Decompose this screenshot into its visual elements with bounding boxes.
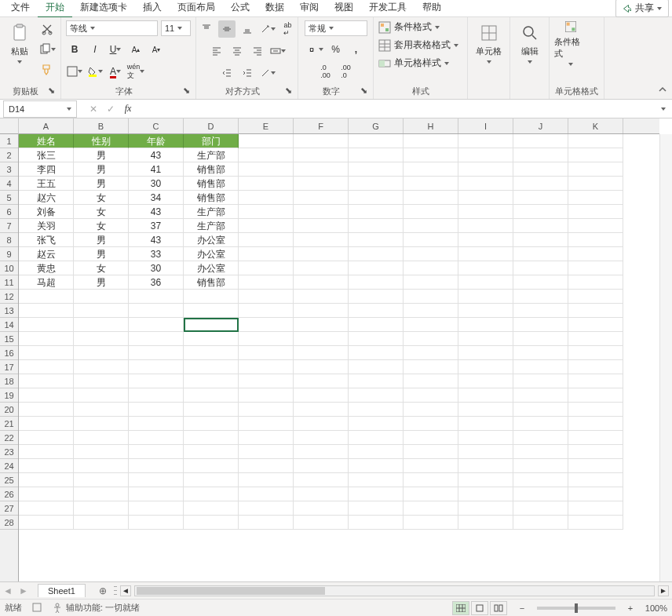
cell-B26[interactable] xyxy=(74,487,129,501)
cell-I7[interactable] xyxy=(458,219,513,233)
cell-B1[interactable]: 性别 xyxy=(74,134,129,148)
row-header-10[interactable]: 10 xyxy=(0,261,18,275)
cell-J20[interactable] xyxy=(513,403,568,417)
cell-K12[interactable] xyxy=(568,290,623,304)
cell-F10[interactable] xyxy=(294,261,349,275)
cell-J9[interactable] xyxy=(513,247,568,261)
cell-H28[interactable] xyxy=(404,516,458,530)
cell-E22[interactable] xyxy=(239,431,294,445)
align-right-button[interactable] xyxy=(249,42,266,60)
number-format-select[interactable]: 常规 xyxy=(305,20,367,36)
cell-C5[interactable]: 34 xyxy=(129,191,184,205)
italic-button[interactable]: I xyxy=(86,41,104,58)
cell-F2[interactable] xyxy=(294,148,349,162)
cell-D10[interactable]: 办公室 xyxy=(184,261,239,275)
cell-F7[interactable] xyxy=(294,219,349,233)
cell-F15[interactable] xyxy=(294,332,349,346)
cell-K11[interactable] xyxy=(568,275,623,290)
normal-view-button[interactable] xyxy=(452,601,469,615)
cell-G1[interactable] xyxy=(349,134,404,148)
cell-C7[interactable]: 37 xyxy=(129,219,184,233)
cell-C1[interactable]: 年龄 xyxy=(129,134,184,148)
expand-formula-bar-button[interactable] xyxy=(655,100,672,118)
sheet-nav-prev[interactable]: ◄ xyxy=(0,583,16,599)
cell-J15[interactable] xyxy=(513,332,568,346)
phonetic-button[interactable]: wén文 xyxy=(127,63,144,80)
cell-B11[interactable]: 男 xyxy=(74,275,129,290)
cell-E3[interactable] xyxy=(239,162,294,177)
cell-G25[interactable] xyxy=(349,473,404,487)
cell-J25[interactable] xyxy=(513,473,568,487)
cell-D5[interactable]: 销售部 xyxy=(184,191,239,205)
cell-J14[interactable] xyxy=(513,318,568,332)
cell-D21[interactable] xyxy=(184,417,239,431)
row-header-20[interactable]: 20 xyxy=(0,403,18,417)
cell-E12[interactable] xyxy=(239,290,294,304)
cell-B24[interactable] xyxy=(74,459,129,473)
zoom-out-button[interactable]: − xyxy=(517,603,528,614)
fill-color-button[interactable] xyxy=(86,63,104,80)
cell-I19[interactable] xyxy=(458,388,513,403)
cell-A21[interactable] xyxy=(19,417,74,431)
cell-E20[interactable] xyxy=(239,403,294,417)
cell-E10[interactable] xyxy=(239,261,294,275)
menu-tab-新建选项卡[interactable]: 新建选项卡 xyxy=(72,0,135,18)
cell-E2[interactable] xyxy=(239,148,294,162)
cell-F14[interactable] xyxy=(294,318,349,332)
row-header-15[interactable]: 15 xyxy=(0,332,18,346)
col-header-B[interactable]: B xyxy=(74,118,129,133)
cell-D7[interactable]: 生产部 xyxy=(184,219,239,233)
cell-E6[interactable] xyxy=(239,205,294,219)
cell-I21[interactable] xyxy=(458,417,513,431)
cell-D8[interactable]: 办公室 xyxy=(184,233,239,247)
cell-F5[interactable] xyxy=(294,191,349,205)
cell-B17[interactable] xyxy=(74,360,129,374)
cell-B15[interactable] xyxy=(74,332,129,346)
cell-K28[interactable] xyxy=(568,516,623,530)
cell-J5[interactable] xyxy=(513,191,568,205)
border-button[interactable] xyxy=(66,63,83,80)
cell-A14[interactable] xyxy=(19,318,74,332)
cell-B25[interactable] xyxy=(74,473,129,487)
cell-K10[interactable] xyxy=(568,261,623,275)
col-header-C[interactable]: C xyxy=(129,118,184,133)
cell-B16[interactable] xyxy=(74,346,129,360)
cell-K7[interactable] xyxy=(568,219,623,233)
cell-H27[interactable] xyxy=(404,501,458,516)
cell-H11[interactable] xyxy=(404,275,458,290)
cell-A4[interactable]: 王五 xyxy=(19,177,74,191)
cell-D18[interactable] xyxy=(184,374,239,388)
row-header-3[interactable]: 3 xyxy=(0,162,18,177)
cell-J4[interactable] xyxy=(513,177,568,191)
cell-B19[interactable] xyxy=(74,388,129,403)
menu-tab-文件[interactable]: 文件 xyxy=(3,0,38,18)
cell-K4[interactable] xyxy=(568,177,623,191)
cell-C22[interactable] xyxy=(129,431,184,445)
cell-G21[interactable] xyxy=(349,417,404,431)
cell-G6[interactable] xyxy=(349,205,404,219)
cell-E14[interactable] xyxy=(239,318,294,332)
cell-F13[interactable] xyxy=(294,304,349,318)
cell-G2[interactable] xyxy=(349,148,404,162)
cell-A13[interactable] xyxy=(19,304,74,318)
cell-I16[interactable] xyxy=(458,346,513,360)
cell-H22[interactable] xyxy=(404,431,458,445)
cond-format-big-button[interactable]: 条件格式 xyxy=(554,20,587,66)
cell-I8[interactable] xyxy=(458,233,513,247)
menu-tab-帮助[interactable]: 帮助 xyxy=(415,0,449,18)
cell-K6[interactable] xyxy=(568,205,623,219)
cell-F4[interactable] xyxy=(294,177,349,191)
cell-H2[interactable] xyxy=(404,148,458,162)
cell-B3[interactable]: 男 xyxy=(74,162,129,177)
cell-H15[interactable] xyxy=(404,332,458,346)
cell-I26[interactable] xyxy=(458,487,513,501)
row-header-16[interactable]: 16 xyxy=(0,346,18,360)
cell-G17[interactable] xyxy=(349,360,404,374)
cell-B12[interactable] xyxy=(74,290,129,304)
cell-A24[interactable] xyxy=(19,459,74,473)
copy-button[interactable] xyxy=(38,41,56,58)
row-header-17[interactable]: 17 xyxy=(0,360,18,374)
cell-I3[interactable] xyxy=(458,162,513,177)
cell-A12[interactable] xyxy=(19,290,74,304)
menu-tab-审阅[interactable]: 审阅 xyxy=(292,0,327,18)
